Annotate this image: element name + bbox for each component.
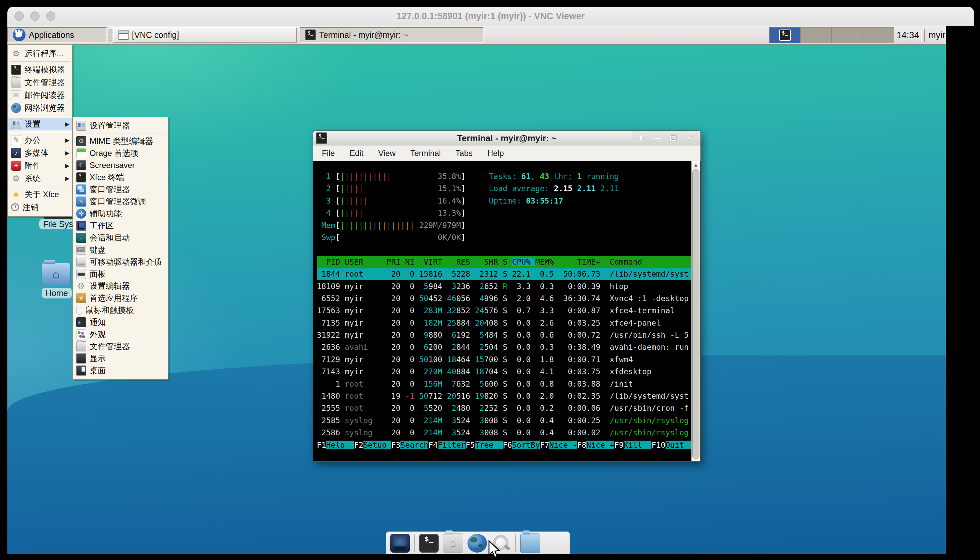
htop-process-row[interactable]: 1480 root 19 -1 50712 20516 19820 S 0.0 …	[317, 390, 691, 402]
submenu-item-4[interactable]: Screensaver	[73, 159, 168, 172]
submenu-item-0[interactable]: 设置管理器	[73, 120, 168, 132]
submenu-item-12[interactable]: 可移动驱动器和介质	[73, 256, 168, 268]
app-menu-item-7[interactable]: 设置▶	[8, 118, 72, 130]
show-desktop-icon[interactable]	[390, 534, 410, 553]
close-button[interactable]: ✕	[684, 133, 695, 143]
htop-process-row[interactable]: 18109 myir 20 0 5984 3236 2652 R 3.3 0.3…	[317, 280, 691, 292]
home-folder-icon[interactable]: ⌂	[443, 533, 463, 553]
mac-titlebar[interactable]: 127.0.0.1:58901 (myir:1 (myir)) - VNC Vi…	[7, 7, 974, 26]
file-manager-icon[interactable]	[520, 533, 540, 553]
submenu-item-16[interactable]: 鼠标和触摸板	[73, 304, 168, 316]
htop-process-row[interactable]: 31922 myir 20 0 9880 6192 5484 S 0.0 0.6…	[317, 329, 691, 341]
htop-process-row[interactable]: 2555 root 20 0 5520 2480 2252 S 0.0 0.2 …	[317, 402, 691, 414]
menu-item-label: 文件管理器	[25, 77, 69, 88]
submenu-item-8[interactable]: ✛辅助功能	[73, 208, 168, 220]
submenu-item-3[interactable]: Orage 首选项	[73, 147, 168, 159]
scrollbar-thumb[interactable]	[692, 169, 699, 459]
terminal-menu-edit[interactable]: Edit	[350, 148, 363, 158]
submenu-item-21[interactable]: 桌面	[73, 365, 168, 377]
htop-blank	[317, 243, 691, 255]
app-menu-item-10[interactable]: ♪多媒体▶	[8, 147, 72, 159]
submenu-item-6[interactable]: 窗口管理器	[73, 183, 168, 195]
app-menu-item-3[interactable]: 文件管理器	[8, 76, 72, 89]
app-menu-item-4[interactable]: ✉邮件阅读器	[8, 89, 72, 102]
app-menu-item-9[interactable]: ✎办公▶	[8, 134, 72, 147]
htop-table-header: PID USER PRI NI VIRT RES SHR S CPU% MEM%…	[317, 256, 691, 268]
star-icon: ★	[11, 190, 21, 200]
mac-zoom-button[interactable]	[46, 12, 55, 21]
taskbar-window-button[interactable]: $_Terminal - myir@myir: ~	[300, 27, 483, 43]
scrollbar[interactable]: ▲	[691, 161, 700, 461]
panel-icon	[76, 269, 86, 279]
maximize-button[interactable]: 回	[667, 133, 679, 143]
app-menu-item-2[interactable]: $_终端模拟器	[8, 63, 72, 76]
terminal-titlebar[interactable]: $_ Terminal - myir@myir: ~ ⬆—回✕	[313, 131, 701, 146]
htop-process-row[interactable]: 17563 myir 20 0 283M 32852 24576 S 0.7 3…	[317, 305, 691, 317]
home-label[interactable]: Home	[42, 288, 72, 298]
scroll-up-icon[interactable]: ▲	[692, 162, 700, 168]
display-icon	[76, 353, 86, 363]
terminal-content[interactable]: 1 [||||||||||| 35.8%] Tasks: 61, 43 thr;…	[313, 161, 691, 461]
shade-button[interactable]: ⬆	[635, 133, 647, 143]
submenu-item-14[interactable]: ⚙设置编辑器	[73, 280, 168, 292]
terminal-menu-tabs[interactable]: Tabs	[455, 148, 473, 158]
submenu-item-9[interactable]: 工作区	[73, 220, 168, 232]
mac-minimize-button[interactable]	[30, 12, 40, 21]
app-menu-item-5[interactable]: 网络浏览器	[8, 102, 72, 114]
home-folder-icon[interactable]: ⌂	[42, 263, 70, 285]
htop-process-row[interactable]: 2586 syslog 20 0 214M 3524 3008 S 0.0 0.…	[317, 427, 691, 438]
submenu-item-13[interactable]: 面板	[73, 268, 168, 280]
htop-process-row[interactable]: 1844 root 20 0 15816 5228 2312 S 22.1 0.…	[317, 268, 691, 280]
htop-process-row[interactable]: 2585 syslog 20 0 214M 3524 3008 S 0.0 0.…	[317, 415, 691, 427]
taskbar-window-button[interactable]: [VNC config]	[113, 27, 297, 43]
htop-process-row[interactable]: 7129 myir 20 0 50100 18464 15700 S 0.0 1…	[317, 353, 691, 365]
submenu-item-5[interactable]: $_Xfce 终端	[73, 172, 168, 183]
terminal-menu-file[interactable]: File	[322, 148, 335, 158]
htop-process-row[interactable]: 7135 myir 20 0 182M 25884 20408 S 0.0 2.…	[317, 317, 691, 329]
submenu-item-17[interactable]: 通知	[73, 316, 168, 328]
vnc-viewer-window: 127.0.0.1:58901 (myir:1 (myir)) - VNC Vi…	[7, 7, 974, 560]
terminal-menu-view[interactable]: View	[378, 148, 396, 158]
htop-process-row[interactable]: 2636 avahi 20 0 6200 2844 2504 S 0.0 0.3…	[317, 341, 691, 353]
submenu-item-18[interactable]: 外观	[73, 328, 168, 340]
htop-process-row[interactable]: 1 root 20 0 156M 7632 5600 S 0.0 0.8 0:0…	[317, 378, 691, 390]
app-menu-item-12[interactable]: ⚙系统▶	[8, 172, 72, 185]
app-menu-item-0[interactable]: ⚙运行程序...	[8, 47, 72, 60]
menu-item-label: 辅助功能	[90, 208, 166, 219]
workspace-2[interactable]	[801, 27, 832, 43]
workspace-4[interactable]	[863, 27, 894, 43]
menu-item-label: 首选应用程序	[90, 293, 166, 303]
terminal-icon[interactable]: $_	[419, 534, 439, 553]
submenu-item-19[interactable]: 文件管理器	[73, 340, 168, 352]
submenu-item-20[interactable]: 显示	[73, 352, 168, 365]
terminal-menu-terminal[interactable]: Terminal	[410, 148, 441, 158]
app-menu-item-14[interactable]: ★关于 Xfce	[8, 188, 72, 201]
app-menu-item-15[interactable]: 注销	[8, 201, 72, 213]
htop-meter-2: 2 [||||| 15.1%] Load average: 2.15 2.11 …	[317, 182, 691, 195]
taskbar-grip[interactable]	[109, 30, 112, 41]
screensaver-icon	[76, 160, 86, 170]
submenu-arrow-icon: ▶	[65, 121, 69, 128]
submenu-item-7[interactable]: ✎窗口管理器微调	[73, 195, 168, 208]
clock[interactable]: 14:34	[895, 26, 921, 44]
settings-submenu: 设置管理器⚙MIME 类型编辑器Orage 首选项Screensaver$_Xf…	[72, 117, 169, 380]
workspace-3[interactable]	[832, 27, 863, 43]
app-menu-item-11[interactable]: +附件▶	[8, 159, 72, 172]
workspace-1[interactable]: $_	[769, 27, 801, 43]
submenu-item-10[interactable]: ←会话和启动	[73, 232, 168, 244]
panel-handle[interactable]	[921, 29, 925, 42]
mac-close-button[interactable]	[14, 12, 24, 21]
fkey-F1: F1	[317, 441, 326, 449]
taskbar-window-label: [VNC config]	[132, 30, 179, 40]
submenu-item-2[interactable]: ⚙MIME 类型编辑器	[73, 135, 168, 147]
applications-menu-button[interactable]: Applications	[7, 27, 107, 43]
web-browser-icon[interactable]	[468, 534, 487, 553]
minimize-button[interactable]: —	[651, 133, 663, 143]
submenu-item-15[interactable]: ★首选应用程序	[73, 292, 168, 304]
terminal-menu-help[interactable]: Help	[487, 148, 504, 158]
htop-process-row[interactable]: 7143 myir 20 0 270M 40884 18704 S 0.0 4.…	[317, 365, 691, 378]
submenu-item-11[interactable]: ⌨键盘	[73, 244, 168, 256]
menu-item-label: 网络浏览器	[25, 103, 69, 113]
mouse-cursor	[488, 540, 502, 559]
htop-process-row[interactable]: 6552 myir 20 0 50452 46056 4996 S 2.0 4.…	[317, 292, 691, 305]
